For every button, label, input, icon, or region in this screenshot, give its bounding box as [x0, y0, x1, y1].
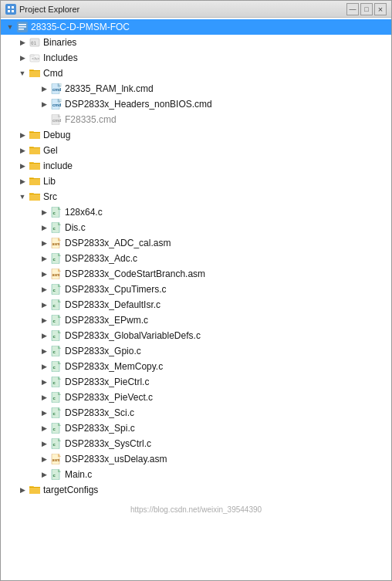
- expand-arrow[interactable]: [38, 252, 50, 265]
- tree-item[interactable]: c Main.c: [1, 467, 391, 482]
- tree-item[interactable]: c DSP2833x_Spi.c: [1, 421, 391, 436]
- expand-arrow[interactable]: [38, 391, 50, 404]
- tree-item[interactable]: c DSP2833x_GlobalVariableDefs.c: [1, 328, 391, 343]
- expand-arrow[interactable]: [38, 206, 50, 218]
- title-bar: Project Explorer — □ ×: [1, 1, 391, 18]
- svg-text:cmd: cmd: [52, 118, 61, 123]
- tree-item[interactable]: asm DSP2833x_usDelay.asm: [1, 451, 391, 467]
- expand-arrow[interactable]: [38, 376, 50, 388]
- tree-item[interactable]: <h> Includes: [1, 50, 391, 66]
- tree-item[interactable]: c DSP2833x_EPwm.c: [1, 312, 391, 328]
- tree-item[interactable]: Debug: [1, 127, 391, 143]
- expand-arrow[interactable]: [38, 468, 50, 481]
- tree-item[interactable]: cmd F28335.cmd: [1, 112, 391, 127]
- svg-text:01: 01: [31, 40, 37, 46]
- expand-arrow[interactable]: [38, 360, 50, 373]
- tree-item[interactable]: asm DSP2833x_ADC_cal.asm: [1, 235, 391, 251]
- item-label: DSP2833x_SysCtrl.c: [65, 438, 151, 449]
- svg-text:asm: asm: [52, 458, 61, 462]
- svg-rect-3: [12, 10, 14, 12]
- expand-arrow[interactable]: [38, 299, 50, 311]
- window-title: Project Explorer: [19, 5, 79, 14]
- expand-arrow[interactable]: [38, 268, 50, 280]
- item-label: DSP2833x_Gpio.c: [65, 346, 141, 356]
- tree-item[interactable]: c 128x64.c: [1, 204, 391, 220]
- expand-arrow[interactable]: [38, 314, 50, 326]
- expand-arrow[interactable]: [38, 221, 50, 234]
- expand-arrow[interactable]: [38, 329, 50, 342]
- tree-item[interactable]: cmd 28335_RAM_lnk.cmd: [1, 81, 391, 96]
- tree-item[interactable]: targetConfigs: [1, 482, 391, 498]
- tree-item[interactable]: c DSP2833x_Gpio.c: [1, 343, 391, 359]
- tree-item[interactable]: Cmd: [1, 66, 391, 81]
- tree-item[interactable]: c DSP2833x_Adc.c: [1, 251, 391, 266]
- svg-rect-6: [19, 26, 26, 28]
- tree-item[interactable]: c DSP2833x_SysCtrl.c: [1, 436, 391, 451]
- c-file-icon: c: [50, 437, 63, 450]
- item-label: DSP2833x_PieCtrl.c: [65, 377, 149, 387]
- c-file-icon: c: [50, 407, 63, 419]
- expand-arrow[interactable]: [38, 437, 50, 450]
- c-file-icon: c: [50, 345, 63, 357]
- tree-root[interactable]: 28335-C-D-PMSM-FOC: [1, 19, 391, 35]
- expand-arrow[interactable]: [16, 144, 29, 157]
- expand-arrow[interactable]: [38, 407, 50, 419]
- tree-item[interactable]: asm DSP2833x_CodeStartBranch.asm: [1, 266, 391, 282]
- minimize-button[interactable]: —: [346, 3, 359, 15]
- expand-arrow[interactable]: [38, 98, 50, 110]
- title-bar-left: Project Explorer: [5, 4, 79, 15]
- expand-arrow[interactable]: [38, 422, 50, 434]
- tree-item[interactable]: include: [1, 158, 391, 174]
- expand-arrow[interactable]: [38, 345, 50, 357]
- tree-item[interactable]: c DSP2833x_DefaultIsr.c: [1, 297, 391, 312]
- item-label: Debug: [43, 130, 70, 140]
- tree-item[interactable]: Gel: [1, 143, 391, 158]
- tree-container[interactable]: 28335-C-D-PMSM-FOC 01 Binaries: [1, 18, 391, 580]
- tree-item[interactable]: c DSP2833x_Sci.c: [1, 405, 391, 421]
- tree-item[interactable]: Lib: [1, 174, 391, 189]
- expand-arrow[interactable]: [16, 160, 29, 172]
- c-file-icon: c: [50, 283, 63, 296]
- expand-arrow[interactable]: [38, 83, 50, 95]
- tree-item[interactable]: c DSP2833x_PieCtrl.c: [1, 374, 391, 390]
- svg-rect-13: [29, 70, 40, 71]
- expand-arrow[interactable]: [16, 52, 29, 64]
- svg-rect-25: [29, 132, 40, 133]
- tree-item[interactable]: cmd DSP2833x_Headers_nonBIOS.cmd: [1, 96, 391, 112]
- asm-file-icon: asm: [50, 453, 63, 465]
- c-file-icon: c: [50, 221, 63, 234]
- tree-item[interactable]: Src: [1, 189, 391, 204]
- item-label: Includes: [43, 52, 78, 63]
- tree-item[interactable]: c DSP2833x_CpuTimers.c: [1, 282, 391, 297]
- svg-rect-27: [29, 163, 40, 164]
- svg-rect-28: [29, 178, 40, 179]
- tree-item[interactable]: c DSP2833x_MemCopy.c: [1, 359, 391, 374]
- expand-arrow[interactable]: [16, 484, 29, 496]
- item-label: DSP2833x_Adc.c: [65, 253, 137, 264]
- close-button[interactable]: ×: [374, 3, 387, 15]
- item-label: DSP2833x_usDelay.asm: [65, 454, 167, 464]
- item-label: DSP2833x_GlobalVariableDefs.c: [65, 330, 201, 341]
- item-label: Lib: [43, 176, 56, 187]
- c-file-icon: c: [50, 329, 63, 342]
- item-label: Gel: [43, 145, 58, 156]
- expand-arrow[interactable]: [16, 191, 29, 203]
- title-bar-controls: — □ ×: [346, 3, 387, 15]
- maximize-button[interactable]: □: [360, 3, 373, 15]
- tree-item[interactable]: 01 Binaries: [1, 35, 391, 50]
- cmd-file-icon: cmd: [50, 98, 63, 110]
- tree-item[interactable]: c DSP2833x_PieVect.c: [1, 390, 391, 405]
- root-expand-arrow[interactable]: [4, 21, 16, 33]
- expand-arrow[interactable]: [16, 36, 29, 49]
- expand-arrow[interactable]: [16, 67, 29, 79]
- expand-arrow[interactable]: [38, 237, 50, 249]
- project-icon: [16, 21, 29, 33]
- includes-icon: <h>: [29, 52, 41, 64]
- expand-arrow[interactable]: [38, 283, 50, 296]
- expand-arrow[interactable]: [16, 129, 29, 141]
- tree-item[interactable]: c Dis.c: [1, 220, 391, 235]
- expand-arrow[interactable]: [38, 453, 50, 465]
- expand-arrow[interactable]: [16, 175, 29, 187]
- svg-text:cmd: cmd: [52, 87, 61, 92]
- svg-text:<h>: <h>: [32, 56, 40, 61]
